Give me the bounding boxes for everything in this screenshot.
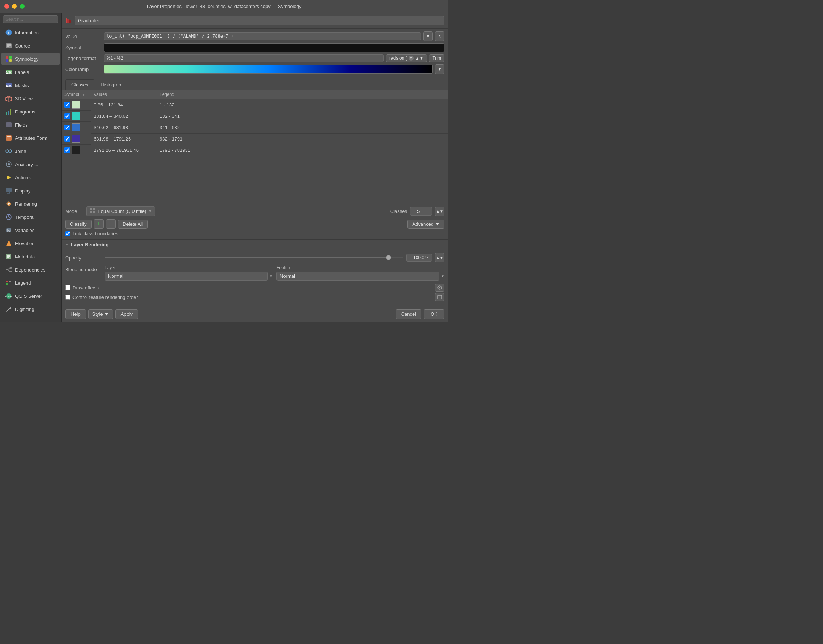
color-swatch[interactable] xyxy=(72,146,80,154)
values-cell: 0.86 – 131.84 xyxy=(91,99,157,111)
draw-effects-settings-icon[interactable] xyxy=(435,284,444,291)
feature-blending-select[interactable]: Normal xyxy=(276,271,439,281)
remove-class-button[interactable]: − xyxy=(106,219,116,229)
link-class-checkbox[interactable] xyxy=(65,231,70,236)
delete-all-button[interactable]: Delete All xyxy=(118,219,147,229)
actions-icon xyxy=(5,174,12,181)
row-checkbox[interactable] xyxy=(64,136,70,142)
close-button[interactable] xyxy=(5,4,9,9)
sidebar-item-information[interactable]: i Information xyxy=(2,26,60,39)
layer-sublabel: Layer xyxy=(105,265,273,270)
sidebar-label-actions: Actions xyxy=(15,175,31,180)
sidebar-item-source[interactable]: Source xyxy=(2,40,60,52)
sidebar-item-masks[interactable]: abc Masks xyxy=(2,79,60,92)
layer-blending-select[interactable]: Normal xyxy=(105,271,268,281)
help-button[interactable]: Help xyxy=(65,309,86,319)
color-swatch[interactable] xyxy=(72,101,80,109)
sidebar-item-metadata[interactable]: Metadata xyxy=(2,250,60,263)
feature-blending-col: Feature Normal ▼ xyxy=(276,265,444,281)
classes-control: Classes ▲▼ xyxy=(390,207,444,216)
advanced-button[interactable]: Advanced ▼ xyxy=(407,219,444,229)
renderer-type-dropdown[interactable]: Graduated xyxy=(75,16,444,25)
svg-rect-68 xyxy=(93,211,95,213)
minimize-button[interactable] xyxy=(12,4,17,9)
maximize-button[interactable] xyxy=(20,4,25,9)
style-button[interactable]: Style ▼ xyxy=(88,309,113,319)
row-checkbox[interactable] xyxy=(64,102,70,107)
svg-line-52 xyxy=(8,270,9,271)
svg-point-27 xyxy=(6,150,9,153)
sidebar-label-dependencies: Dependencies xyxy=(15,267,45,273)
legend-format-input[interactable] xyxy=(104,54,384,62)
expression-btn[interactable]: ε xyxy=(435,31,444,41)
classify-button[interactable]: Classify xyxy=(65,219,92,229)
sidebar-item-elevation[interactable]: Elevation xyxy=(2,237,60,250)
row-checkbox[interactable] xyxy=(64,113,70,119)
color-swatch[interactable] xyxy=(72,112,80,120)
sidebar-item-auxiliary[interactable]: Auxiliary ... xyxy=(2,158,60,170)
control-rendering-icon[interactable] xyxy=(435,293,444,301)
tab-classes[interactable]: Classes xyxy=(65,80,94,90)
sidebar-item-diagrams[interactable]: Diagrams xyxy=(2,105,60,118)
feature-sublabel: Feature xyxy=(276,265,444,270)
mode-dropdown-arrow-icon: ▼ xyxy=(148,209,152,213)
trim-btn[interactable]: Trim xyxy=(429,54,444,62)
color-swatch[interactable] xyxy=(72,135,80,143)
sidebar-item-qgis-server[interactable]: www QGIS Server xyxy=(2,290,60,302)
sidebar-item-labels[interactable]: abc Labels xyxy=(2,66,60,78)
layer-rendering-header[interactable]: ▼ Layer Rendering xyxy=(61,240,448,250)
precision-close-icon[interactable]: × xyxy=(408,56,414,61)
svg-marker-31 xyxy=(6,175,11,179)
sidebar-item-digitizing[interactable]: Digitizing xyxy=(2,303,60,316)
opacity-slider[interactable] xyxy=(105,257,404,258)
color-ramp-dropdown-btn[interactable]: ▼ xyxy=(435,64,444,74)
precision-btn[interactable]: recision ( × ▲▼ xyxy=(386,54,427,62)
apply-button[interactable]: Apply xyxy=(115,309,138,319)
table-row: 1791.26 – 781931.461791 - 781931 xyxy=(61,144,448,156)
opacity-value-input[interactable] xyxy=(406,254,432,262)
sidebar-item-attributes-form[interactable]: Attributes Form xyxy=(2,132,60,144)
svg-rect-53 xyxy=(6,281,8,282)
sidebar-item-fields[interactable]: Fields xyxy=(2,118,60,131)
sidebar-item-variables[interactable]: {x} Variables xyxy=(2,224,60,236)
classes-spinbox[interactable] xyxy=(410,207,432,216)
sidebar-item-symbology[interactable]: Symbology xyxy=(2,53,60,65)
draw-effects-checkbox[interactable] xyxy=(65,285,70,290)
svg-rect-18 xyxy=(8,110,9,115)
classes-spinbox-arrows[interactable]: ▲▼ xyxy=(435,207,444,216)
row-checkbox[interactable] xyxy=(64,147,70,153)
sidebar-item-display[interactable]: Display xyxy=(2,184,60,197)
blending-label: Blending mode xyxy=(65,267,102,272)
sidebar-item-actions[interactable]: Actions xyxy=(2,171,60,184)
sidebar-item-dependencies[interactable]: Dependencies xyxy=(2,264,60,276)
ok-button[interactable]: OK xyxy=(424,309,444,319)
sidebar-label-joins: Joins xyxy=(15,149,26,154)
symbol-preview[interactable] xyxy=(104,43,444,52)
control-rendering-checkbox[interactable] xyxy=(65,294,70,300)
tab-histogram[interactable]: Histogram xyxy=(94,80,129,90)
sidebar-item-3dview[interactable]: 3D View xyxy=(2,92,60,105)
value-row: Value ▼ ε xyxy=(65,31,444,41)
sidebar-item-joins[interactable]: Joins xyxy=(2,145,60,157)
sidebar-label-auxiliary: Auxiliary ... xyxy=(15,162,38,167)
section-collapse-icon: ▼ xyxy=(65,242,69,247)
cancel-button[interactable]: Cancel xyxy=(396,309,421,319)
opacity-spinbox-arrows[interactable]: ▲▼ xyxy=(435,253,444,262)
link-class-label: Link class boundaries xyxy=(72,231,118,236)
search-input[interactable] xyxy=(3,15,58,23)
value-dropdown-btn[interactable]: ▼ xyxy=(423,31,433,41)
sidebar-item-temporal[interactable]: Temporal xyxy=(2,211,60,223)
sidebar-item-legend[interactable]: Legend xyxy=(2,277,60,289)
color-ramp-preview[interactable] xyxy=(104,65,433,74)
svg-rect-63 xyxy=(68,18,69,23)
color-swatch[interactable] xyxy=(72,123,80,131)
legend-cell: 682 - 1791 xyxy=(157,133,448,144)
sidebar-label-elevation: Elevation xyxy=(15,241,34,246)
mode-dropdown[interactable]: Equal Count (Quantile) ▼ xyxy=(86,206,155,216)
add-class-button[interactable]: + xyxy=(94,219,104,229)
legend-cell: 341 - 682 xyxy=(157,122,448,133)
sidebar-label-rendering: Rendering xyxy=(15,201,37,207)
value-input[interactable] xyxy=(104,32,421,40)
row-checkbox[interactable] xyxy=(64,125,70,130)
sidebar-item-rendering[interactable]: Rendering xyxy=(2,198,60,210)
